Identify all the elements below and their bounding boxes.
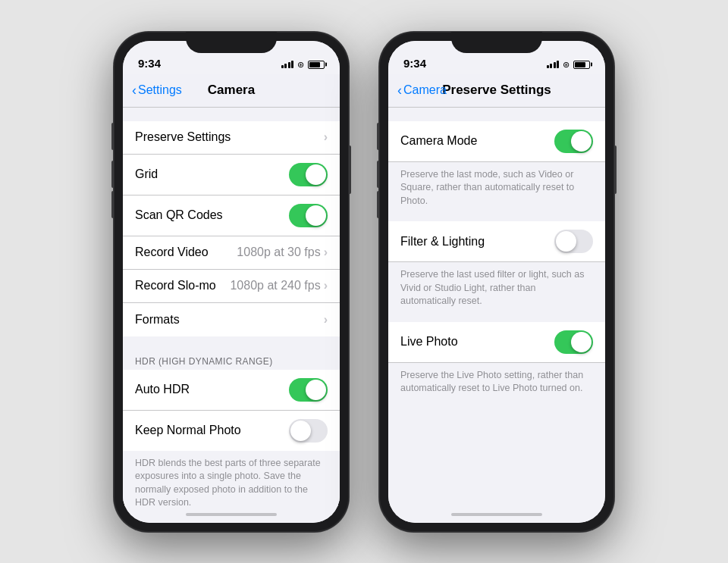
phone-2: 9:34 ⊛ ‹ Cam (379, 32, 614, 532)
row-formats[interactable]: Formats › (123, 303, 340, 336)
home-indicator-2 (388, 506, 605, 523)
chevron-record-slomo: › (324, 279, 328, 292)
row-camera-mode[interactable]: Camera Mode (388, 121, 605, 162)
wifi-icon-2: ⊛ (563, 60, 570, 70)
label-camera-mode: Camera Mode (400, 134, 554, 148)
status-time-2: 9:34 (403, 57, 426, 70)
label-live-photo: Live Photo (400, 335, 554, 349)
home-indicator-1 (123, 506, 340, 523)
nav-bar-2: ‹ Camera Preserve Settings (388, 74, 605, 108)
screen-1: 9:34 ⊛ ‹ Set (123, 41, 340, 523)
home-bar-1 (186, 513, 277, 516)
label-record-slomo: Record Slo-mo (135, 279, 230, 292)
notch-1 (186, 32, 277, 53)
home-bar-2 (451, 513, 542, 516)
nav-title-2: Preserve Settings (442, 83, 551, 98)
section-header-hdr: HDR (HIGH DYNAMIC RANGE) (123, 350, 340, 370)
toggle-scan-qr[interactable] (289, 204, 328, 227)
settings-group-camera-mode: Camera Mode (388, 121, 605, 162)
status-icons-2: ⊛ (547, 60, 591, 70)
settings-group-filter: Filter & Lighting (388, 221, 605, 262)
label-grid: Grid (135, 167, 289, 181)
description-filter-lighting: Preserve the last used filter or light, … (388, 262, 605, 316)
back-label-1: Settings (138, 83, 182, 97)
toggle-thumb-camera-mode (571, 131, 592, 152)
chevron-record-video: › (324, 246, 328, 259)
toggle-thumb-auto-hdr (306, 380, 326, 400)
description-hdr: HDR blends the best parts of three separ… (123, 451, 340, 506)
chevron-preserve-settings: › (324, 130, 328, 144)
back-label-2: Camera (403, 83, 447, 97)
back-button-2[interactable]: ‹ Camera (397, 83, 447, 97)
content-2: Camera Mode Preserve the last mode, such… (388, 108, 605, 506)
chevron-back-icon-2: ‹ (397, 83, 402, 97)
screen-2: 9:34 ⊛ ‹ Cam (388, 41, 605, 523)
label-keep-normal-photo: Keep Normal Photo (135, 424, 289, 437)
label-filter-lighting: Filter & Lighting (400, 235, 554, 249)
settings-group-main: Preserve Settings › Grid Scan QR Codes (123, 121, 340, 336)
status-icons-1: ⊛ (281, 60, 325, 70)
phone-1: 9:34 ⊛ ‹ Set (114, 32, 349, 532)
phones-container: 9:34 ⊛ ‹ Set (114, 32, 614, 532)
battery-icon-1 (308, 61, 325, 69)
row-record-slomo[interactable]: Record Slo-mo 1080p at 240 fps › (123, 270, 340, 303)
toggle-live-photo[interactable] (554, 330, 593, 354)
row-live-photo[interactable]: Live Photo (388, 322, 605, 363)
chevron-formats: › (324, 313, 328, 327)
nav-bar-1: ‹ Settings Camera (123, 74, 340, 108)
wifi-icon-1: ⊛ (297, 60, 304, 70)
settings-group-live-photo: Live Photo (388, 322, 605, 363)
content-1: Preserve Settings › Grid Scan QR Codes (123, 108, 340, 506)
back-button-1[interactable]: ‹ Settings (132, 83, 182, 97)
toggle-thumb-scan-qr (306, 205, 326, 226)
value-record-slomo: 1080p at 240 fps (230, 279, 320, 292)
signal-icon-1 (281, 61, 294, 68)
row-filter-lighting[interactable]: Filter & Lighting (388, 221, 605, 262)
row-preserve-settings[interactable]: Preserve Settings › (123, 121, 340, 155)
toggle-auto-hdr[interactable] (289, 378, 328, 402)
row-record-video[interactable]: Record Video 1080p at 30 fps › (123, 236, 340, 270)
status-time-1: 9:34 (138, 57, 161, 70)
battery-icon-2 (573, 61, 590, 69)
label-auto-hdr: Auto HDR (135, 383, 289, 396)
toggle-camera-mode[interactable] (554, 130, 593, 153)
chevron-back-icon-1: ‹ (132, 83, 136, 97)
toggle-grid[interactable] (289, 163, 328, 186)
signal-icon-2 (547, 61, 560, 68)
description-live-photo: Preserve the Live Photo setting, rather … (388, 363, 605, 403)
value-record-video: 1080p at 30 fps (237, 246, 320, 259)
label-preserve-settings: Preserve Settings (135, 130, 324, 144)
label-record-video: Record Video (135, 246, 237, 259)
label-formats: Formats (135, 313, 324, 327)
description-camera-mode: Preserve the last mode, such as Video or… (388, 162, 605, 216)
row-scan-qr[interactable]: Scan QR Codes (123, 195, 340, 236)
nav-title-1: Camera (208, 83, 255, 98)
row-auto-hdr[interactable]: Auto HDR (123, 370, 340, 411)
toggle-keep-normal-photo[interactable] (289, 419, 328, 443)
notch-2 (451, 32, 542, 53)
toggle-thumb-live-photo (571, 332, 592, 352)
row-grid[interactable]: Grid (123, 155, 340, 195)
settings-group-hdr: Auto HDR Keep Normal Photo (123, 370, 340, 451)
label-scan-qr: Scan QR Codes (135, 208, 289, 222)
toggle-thumb-keep-normal (290, 421, 311, 441)
toggle-thumb-filter (556, 231, 576, 252)
toggle-thumb-grid (306, 164, 326, 185)
row-keep-normal-photo[interactable]: Keep Normal Photo (123, 411, 340, 451)
toggle-filter-lighting[interactable] (554, 230, 593, 253)
